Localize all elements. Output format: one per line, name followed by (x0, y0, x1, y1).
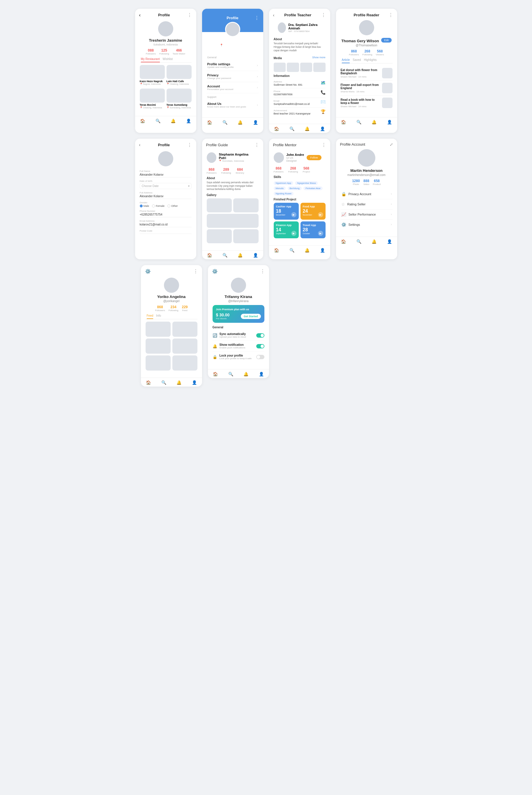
nav-user-3[interactable]: 👤 (320, 126, 325, 131)
play-btn-3[interactable]: ▶ (291, 231, 297, 236)
nav-home-2[interactable]: 🏠 (207, 120, 212, 125)
select-dob[interactable]: Choose Date ▾ (140, 183, 192, 189)
more-icon-10[interactable]: ⋮ (260, 269, 265, 274)
nav-bell-7[interactable]: 🔔 (305, 248, 309, 253)
nav-user-2[interactable]: 👤 (253, 120, 258, 125)
radio-other[interactable]: Other (167, 204, 178, 207)
menu-settings[interactable]: ⚙️ Settings › (341, 220, 393, 229)
nav-search-7[interactable]: 🔍 (289, 248, 294, 253)
nav-bell-6[interactable]: 🔔 (238, 253, 243, 258)
nav-home-4[interactable]: 🏠 (341, 120, 346, 124)
settings-icon-trifanny[interactable]: ⚙️ (212, 269, 218, 274)
nav-bell-2[interactable]: 🔔 (238, 120, 243, 125)
user-name-account: Martin Henderson (350, 168, 383, 173)
settings-icon-yoriko[interactable]: ⚙️ (145, 269, 151, 274)
back-icon-5[interactable]: ‹ (139, 143, 141, 147)
back-icon-3[interactable]: ‹ (273, 13, 274, 17)
nav-home-6[interactable]: 🏠 (207, 253, 212, 258)
stat-followers-num: 088 (146, 48, 156, 52)
card-title-account: Profile Account (340, 142, 365, 147)
menu-privacy[interactable]: Privacy Change your password › (207, 71, 259, 82)
stat-video-label: Video (363, 183, 369, 186)
article-row-1: Eat donut with flower from Bangladesh Sh… (341, 66, 393, 81)
val-fullname[interactable]: Alexander Kolarov (140, 173, 192, 178)
val-email[interactable]: kolarov21@mail.co.id (140, 223, 192, 227)
nav-home-8[interactable]: 🏠 (341, 239, 346, 244)
play-btn-2[interactable]: ▶ (318, 212, 323, 217)
restaurant-name-2: Lain Hati Cafe (167, 80, 192, 83)
tab-info[interactable]: Info (156, 314, 161, 319)
guide-name: Stephanie Angelina Putri (219, 153, 254, 160)
nav-search-9[interactable]: 🔍 (161, 380, 166, 385)
nav-home-3[interactable]: 🏠 (274, 126, 279, 131)
more-icon-7[interactable]: ⋮ (321, 142, 326, 148)
toggle-notification-switch[interactable] (256, 344, 264, 348)
val-address[interactable]: Alexander Kolarov (140, 195, 192, 199)
restaurant-loc-2: 📍 Cikalong, Indonesia (167, 83, 192, 85)
edit-button[interactable]: Edit (381, 38, 392, 42)
more-icon-cantika[interactable]: ⋮ (254, 15, 259, 21)
menu-profile-settings[interactable]: Profile settings Update and modify profi… (207, 60, 259, 71)
nav-user-4[interactable]: 👤 (387, 120, 392, 124)
chevron-privacy: › (391, 192, 392, 196)
phone-icon: 📞 (321, 90, 326, 95)
menu-account[interactable]: Account Personalize your account › (207, 82, 259, 93)
get-started-button[interactable]: Get Started (241, 314, 261, 319)
tab-wishlist[interactable]: Wishlist (163, 57, 173, 62)
nav-user-10[interactable]: 👤 (259, 372, 264, 376)
more-icon-9[interactable]: ⋮ (193, 269, 198, 274)
play-btn-1[interactable]: ▶ (291, 212, 297, 217)
val-phone[interactable]: +6285265775754 (140, 213, 192, 217)
toggle-sync-switch[interactable] (256, 333, 264, 338)
menu-desc-privacy: Change your password (207, 77, 231, 79)
nav-bell[interactable]: 🔔 (171, 118, 176, 123)
toggle-lock-switch[interactable] (256, 355, 264, 359)
back-icon[interactable]: ‹ (139, 13, 141, 18)
menu-rating[interactable]: ☆ Rating Seller › (341, 199, 393, 209)
nav-user-9[interactable]: 👤 (192, 380, 197, 385)
nav-home-7[interactable]: 🏠 (274, 248, 279, 253)
menu-about[interactable]: About Us Know more about our team and go… (207, 100, 259, 110)
nav-search-4[interactable]: 🔍 (356, 120, 361, 124)
tab-article[interactable]: Article (342, 58, 350, 63)
nav-bell-8[interactable]: 🔔 (372, 239, 377, 244)
show-more[interactable]: Show more (312, 56, 326, 59)
nav-home[interactable]: 🏠 (140, 118, 145, 123)
radio-female[interactable]: Female (152, 204, 165, 207)
more-icon-5[interactable]: ⋮ (187, 142, 192, 148)
stat-project-mentor: 568 (303, 166, 310, 170)
val-postal[interactable] (140, 233, 192, 234)
nav-user-7[interactable]: 👤 (320, 248, 325, 253)
nav-bell-10[interactable]: 🔔 (243, 372, 248, 376)
nav-user[interactable]: 👤 (186, 118, 191, 123)
nav-search[interactable]: 🔍 (155, 118, 160, 123)
nav-search-6[interactable]: 🔍 (223, 253, 227, 258)
nav-search-2[interactable]: 🔍 (223, 120, 227, 125)
nav-user-6[interactable]: 👤 (253, 253, 258, 258)
nav-bell-3[interactable]: 🔔 (305, 126, 309, 131)
nav-home-9[interactable]: 🏠 (146, 380, 151, 385)
more-icon[interactable]: ⋮ (187, 12, 192, 18)
nav-search-3[interactable]: 🔍 (289, 126, 294, 131)
article-row-3: Read a book with how to keep a flower Sh… (341, 95, 393, 110)
more-icon-6[interactable]: ⋮ (254, 142, 259, 148)
play-btn-4[interactable]: ▶ (318, 231, 323, 236)
nav-search-8[interactable]: 🔍 (356, 239, 361, 244)
tab-saved[interactable]: Saved (353, 58, 361, 63)
more-icon-3[interactable]: ⋮ (321, 12, 326, 18)
nav-bell-4[interactable]: 🔔 (372, 120, 377, 124)
share-icon[interactable]: ⤢ (390, 142, 393, 147)
nav-home-10[interactable]: 🏠 (213, 372, 218, 376)
tab-highlights[interactable]: Highlights (364, 58, 377, 63)
nav-search-10[interactable]: 🔍 (228, 372, 233, 376)
more-icon-4[interactable]: ⋮ (388, 12, 393, 18)
menu-privacy-account[interactable]: 🔒 Privacy Account › (341, 189, 393, 199)
nav-user-8[interactable]: 👤 (387, 239, 392, 244)
nav-bell-9[interactable]: 🔔 (176, 380, 182, 385)
tab-restaurant[interactable]: My Restaurant (141, 57, 160, 62)
tab-feed[interactable]: Feed (147, 314, 153, 319)
radio-male[interactable]: Male (140, 204, 149, 207)
follow-button[interactable]: Follow (307, 155, 321, 160)
restaurant-loc-1: 📍 Nagrok, Indonesia (140, 83, 165, 85)
menu-performance[interactable]: 📈 Sellor Performance › (341, 209, 393, 220)
